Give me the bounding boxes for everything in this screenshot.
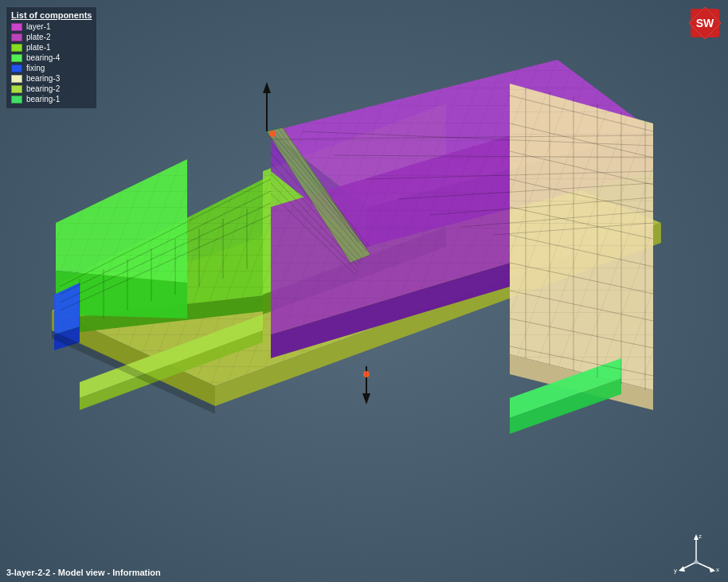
svg-marker-98 <box>709 567 715 572</box>
legend-item-fixing: fixing <box>11 64 92 72</box>
svg-text:x: x <box>716 566 719 573</box>
svg-text:z: z <box>699 533 702 540</box>
svg-marker-101 <box>679 566 685 572</box>
legend-color-plate-2 <box>11 33 22 41</box>
scene-svg <box>0 0 728 582</box>
legend-item-bearing-2: bearing-2 <box>11 84 92 93</box>
status-bar: 3-layer-2-2 - Model view - Information <box>6 568 161 577</box>
legend-item-layer-1: layer-1 <box>11 22 92 31</box>
legend-label-bearing-1: bearing-1 <box>26 95 60 104</box>
legend-label-bearing-2: bearing-2 <box>26 84 60 93</box>
legend-label-layer-1: layer-1 <box>26 22 51 31</box>
legend-label-plate-2: plate-2 <box>26 33 51 41</box>
legend-item-bearing-1: bearing-1 <box>11 95 92 104</box>
legend-label-bearing-4: bearing-4 <box>26 53 60 62</box>
svg-marker-21 <box>510 84 653 390</box>
legend-item-bearing-4: bearing-4 <box>11 53 92 62</box>
legend-color-layer-1 <box>11 23 22 31</box>
sw-logo: SW <box>688 6 722 40</box>
legend-color-bearing-4 <box>11 54 22 62</box>
legend-color-bearing-1 <box>11 96 22 104</box>
legend-color-bearing-3 <box>11 75 22 83</box>
legend-label-bearing-3: bearing-3 <box>26 74 60 83</box>
legend-items: layer-1plate-2plate-1bearing-4fixingbear… <box>11 22 92 104</box>
3d-viewport[interactable]: List of components layer-1plate-2plate-1… <box>0 0 728 582</box>
legend-label-fixing: fixing <box>26 64 45 72</box>
svg-point-88 <box>269 131 276 137</box>
svg-point-89 <box>363 371 370 377</box>
legend-title: List of components <box>11 10 92 20</box>
legend-color-fixing <box>11 64 22 72</box>
svg-point-103 <box>695 561 699 564</box>
legend-item-bearing-3: bearing-3 <box>11 74 92 83</box>
coordinate-axes: z x y <box>672 530 720 574</box>
legend-label-plate-1: plate-1 <box>26 43 51 52</box>
legend-panel: List of components layer-1plate-2plate-1… <box>6 6 97 109</box>
legend-item-plate-2: plate-2 <box>11 33 92 41</box>
legend-color-plate-1 <box>11 44 22 52</box>
legend-color-bearing-2 <box>11 85 22 93</box>
status-text: 3-layer-2-2 - Model view - Information <box>6 568 161 577</box>
svg-text:y: y <box>674 567 677 574</box>
legend-item-plate-1: plate-1 <box>11 43 92 52</box>
svg-text:SW: SW <box>696 17 714 29</box>
